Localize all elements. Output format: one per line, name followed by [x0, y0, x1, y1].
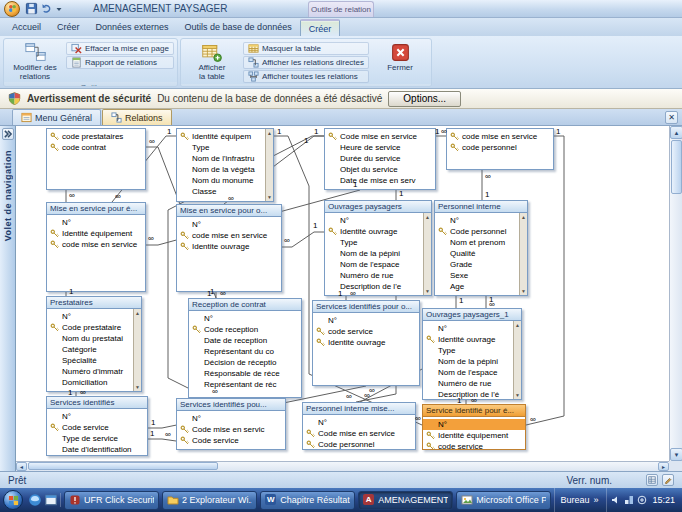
- field-code-reception[interactable]: Code reception: [189, 324, 301, 335]
- table-title[interactable]: Mise en service pour é...: [47, 203, 145, 215]
- field-identite-equipem[interactable]: Identité équipem: [177, 131, 273, 142]
- field-responsable-de-rece[interactable]: Résponsable de réce: [189, 368, 301, 379]
- field-code-service[interactable]: Code service: [47, 422, 147, 433]
- field-categorie[interactable]: Catégorie: [47, 344, 141, 355]
- table-scrolled-2[interactable]: Identité équipemTypeNom de l'infrastruNo…: [176, 128, 274, 202]
- field-nom-de-la-vegeta[interactable]: Nom de la végéta: [177, 164, 273, 175]
- field-nom-de-l-espace[interactable]: Nom de l'espace: [325, 259, 431, 270]
- taskbar-button-2-explorateur-wi[interactable]: 2 Explorateur Wi...: [162, 491, 257, 510]
- modifier-des-relations-button[interactable]: Modifier desrelations: [7, 40, 63, 81]
- table-scrollbar[interactable]: ▲▼: [513, 321, 521, 399]
- field-code-mise-en-service[interactable]: code mise en service: [177, 230, 281, 241]
- table-scrollbar[interactable]: ▲▼: [423, 213, 431, 295]
- quick-launch-icon-2[interactable]: [44, 493, 58, 507]
- desktop-toolbar[interactable]: Bureau »: [554, 488, 603, 512]
- scroll-up-icon[interactable]: ▲: [135, 310, 140, 316]
- horizontal-scroll-thumb[interactable]: [28, 462, 218, 470]
- tab-relations[interactable]: Relations: [102, 109, 172, 125]
- scroll-down-icon[interactable]: ▼: [267, 194, 272, 200]
- table-services-identifies[interactable]: Services identifiésN°Code serviceType de…: [46, 396, 148, 456]
- datasheet-view-icon[interactable]: [646, 474, 658, 486]
- field-objet-du-service[interactable]: Objet du service: [325, 164, 435, 175]
- table-services-identifies-pour-o[interactable]: Services identifiés pour o...N°code serv…: [312, 300, 420, 386]
- scroll-down-icon[interactable]: ▼: [670, 448, 682, 461]
- field-type[interactable]: Type: [423, 345, 521, 356]
- field-code-mise-en-service[interactable]: Code mise en service: [325, 131, 435, 142]
- tab-creer[interactable]: Créer: [49, 19, 88, 36]
- field-n[interactable]: N°: [47, 217, 145, 228]
- field-identite-equipement[interactable]: Identité équipement: [47, 228, 145, 239]
- table-title[interactable]: Personnel interne: [435, 201, 527, 213]
- table-title[interactable]: Ouvrages paysagers_1: [423, 309, 521, 321]
- scroll-down-icon[interactable]: ▼: [135, 384, 140, 390]
- tab-menu-general[interactable]: Menu Général: [12, 109, 101, 125]
- field-age[interactable]: Age: [435, 281, 527, 292]
- design-view-icon[interactable]: [662, 474, 674, 486]
- field-domiciliation[interactable]: Domiciliation: [47, 377, 141, 388]
- start-button[interactable]: [3, 490, 23, 510]
- relationship-line[interactable]: [148, 439, 176, 441]
- table-reception-de-contrat[interactable]: Reception de contratN°Code receptionDate…: [188, 298, 302, 398]
- field-nom-de-la-pepini[interactable]: Nom de la pépini: [325, 248, 431, 259]
- relationship-line[interactable]: [282, 232, 324, 247]
- save-icon[interactable]: [25, 2, 38, 15]
- table-title[interactable]: Reception de contrat: [189, 299, 301, 311]
- table-service-identifie-pour-e[interactable]: Service identifié pour é...N°Identité éq…: [422, 404, 526, 450]
- field-code-personnel[interactable]: Code personnel: [303, 439, 415, 450]
- field-sexe[interactable]: Sexe: [435, 270, 527, 281]
- tab-donnees-externes[interactable]: Données externes: [88, 19, 177, 36]
- scroll-down-icon[interactable]: ▼: [521, 288, 526, 294]
- fermer-button[interactable]: Fermer: [372, 40, 428, 83]
- expand-nav-pane-icon[interactable]: [2, 128, 14, 140]
- table-scrolled-3[interactable]: Code mise en serviceHeure de serviceDuré…: [324, 128, 436, 190]
- field-identite-ouvrage[interactable]: Identité ouvrage: [325, 226, 431, 237]
- field-date-d-identification[interactable]: Date d'identification: [47, 444, 147, 455]
- relationship-line[interactable]: [526, 136, 564, 425]
- horizontal-scrollbar[interactable]: ◄ ►: [16, 461, 669, 471]
- field-code-personnel[interactable]: Code personnel: [435, 226, 527, 237]
- field-code-mise-en-servic[interactable]: Code mise en servic: [177, 424, 285, 435]
- table-personnel-interne-mise[interactable]: Personnel interne mise...N°Code mise en …: [302, 402, 416, 450]
- volume-icon[interactable]: [611, 495, 621, 505]
- masquer-la-table-button[interactable]: Masquer la table: [243, 42, 369, 55]
- field-n[interactable]: N°: [435, 215, 527, 226]
- desktop-toolbar-chevron-icon[interactable]: »: [593, 495, 598, 505]
- field-numero-de-rue[interactable]: Numéro de rue: [423, 378, 521, 389]
- field-code-mise-en-service[interactable]: code mise en service: [47, 239, 145, 250]
- table-title[interactable]: Personnel interne mise...: [303, 403, 415, 415]
- table-scrollbar[interactable]: ▲▼: [519, 213, 527, 295]
- field-nom-du-monume[interactable]: Nom du monume: [177, 175, 273, 186]
- field-n[interactable]: N°: [189, 313, 301, 324]
- table-scrollbar[interactable]: ▲▼: [133, 309, 141, 391]
- field-code-contrat[interactable]: code contrat: [47, 142, 145, 153]
- qat-dropdown-icon[interactable]: [55, 5, 63, 13]
- table-mise-en-service-pour-e[interactable]: Mise en service pour é...N°Identité équi…: [46, 202, 146, 292]
- afficher-toutes-les-relations-button[interactable]: Afficher toutes les relations: [243, 70, 369, 83]
- table-scrolled-1[interactable]: code prestatairescode contrat: [46, 128, 146, 190]
- tab-accueil[interactable]: Accueil: [4, 19, 49, 36]
- field-representant-du-co[interactable]: Représentant du co: [189, 346, 301, 357]
- table-ouvrages-paysagers-1[interactable]: Ouvrages paysagers_1N°Identité ouvrageTy…: [422, 308, 522, 400]
- navigation-pane-collapsed[interactable]: Volet de navigation: [0, 126, 16, 471]
- field-n[interactable]: N°: [47, 311, 141, 322]
- table-title[interactable]: Service identifié pour é...: [423, 405, 525, 417]
- scroll-up-icon[interactable]: ▲: [670, 126, 682, 139]
- quick-launch-icon-1[interactable]: [28, 493, 42, 507]
- table-scrollbar[interactable]: ▲▼: [265, 129, 273, 201]
- field-n[interactable]: N°: [177, 413, 285, 424]
- field-representant-de-rec[interactable]: Représentant de réc: [189, 379, 301, 390]
- field-nom-de-l-infrastru[interactable]: Nom de l'infrastru: [177, 153, 273, 164]
- table-services-identifies-pou[interactable]: Services identifiés pou...N°Code mise en…: [176, 398, 286, 450]
- usb-icon[interactable]: [637, 495, 647, 505]
- field-decision-de-receptio[interactable]: Décision de réceptio: [189, 357, 301, 368]
- field-type[interactable]: Type: [325, 237, 431, 248]
- field-numero-d-immatr[interactable]: Numéro d'immatr: [47, 366, 141, 377]
- table-ouvrages-paysagers[interactable]: Ouvrages paysagersN°Identité ouvrageType…: [324, 200, 432, 296]
- scroll-up-icon[interactable]: ▲: [267, 130, 272, 136]
- field-type-de-service[interactable]: Type de service: [47, 433, 147, 444]
- tab-outils-de-base-de-donnees[interactable]: Outils de base de données: [177, 19, 300, 36]
- field-n[interactable]: N°: [325, 215, 431, 226]
- table-title[interactable]: Services identifiés pour o...: [313, 301, 419, 313]
- field-n[interactable]: N°: [177, 219, 281, 230]
- diagram-canvas[interactable]: 1∞1∞1∞∞1∞1∞1∞1∞11∞1∞1∞1∞1∞1∞1∞1∞1∞1∞1∞1∞…: [16, 126, 669, 461]
